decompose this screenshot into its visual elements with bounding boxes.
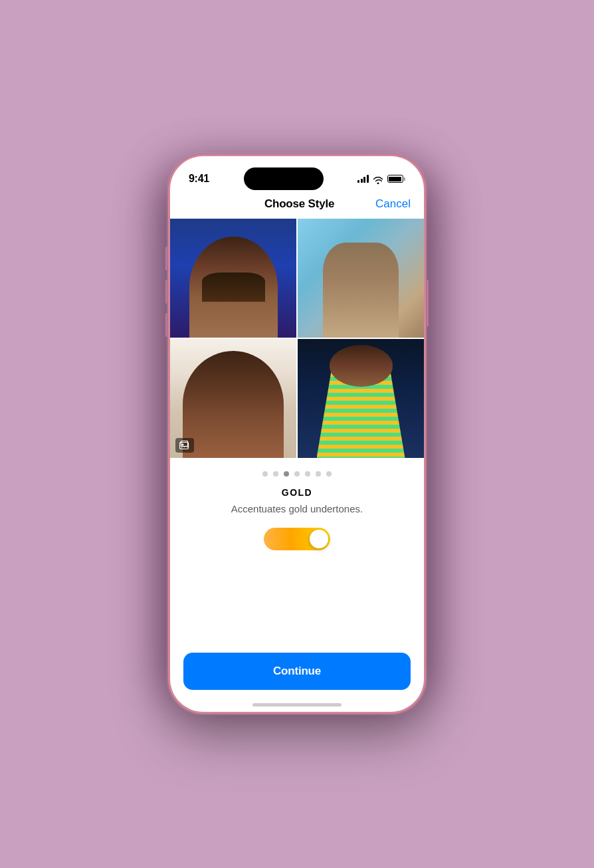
svg-rect-1: [181, 441, 188, 447]
photo-library-icon: [175, 438, 194, 453]
page-dot-2[interactable]: [273, 471, 278, 477]
wifi-icon: [373, 175, 383, 183]
style-description: Accentuates gold undertones.: [231, 503, 363, 514]
content-area: GOLD Accentuates gold undertones.: [170, 458, 424, 653]
page-indicator[interactable]: [262, 471, 332, 477]
svg-point-2: [182, 444, 184, 446]
style-name: GOLD: [282, 487, 312, 498]
page-dot-7[interactable]: [326, 471, 332, 477]
photo-4[interactable]: [298, 339, 424, 458]
page-dot-4[interactable]: [294, 471, 300, 477]
dynamic-island: [244, 167, 324, 190]
style-toggle-container[interactable]: [264, 528, 330, 550]
page-dot-6[interactable]: [316, 471, 321, 477]
continue-button[interactable]: Continue: [183, 653, 411, 690]
cancel-button[interactable]: Cancel: [375, 197, 411, 211]
toggle-thumb: [310, 530, 328, 548]
status-bar: 9:41: [170, 156, 424, 192]
home-indicator: [252, 703, 342, 706]
phone-frame: 9:41: [167, 154, 427, 714]
photo-3[interactable]: [170, 339, 296, 458]
signal-icon: [357, 175, 369, 183]
battery-icon: [387, 175, 405, 183]
page-dot-3[interactable]: [284, 471, 289, 477]
bottom-area: Continue: [170, 653, 424, 712]
nav-bar: Choose Style Cancel: [170, 192, 424, 219]
image-grid[interactable]: [170, 219, 424, 458]
status-icons: [357, 175, 405, 183]
nav-title: Choose Style: [264, 197, 334, 211]
photo-1[interactable]: [170, 219, 296, 338]
status-time: 9:41: [189, 173, 209, 185]
page-dot-1[interactable]: [262, 471, 268, 477]
page-dot-5[interactable]: [305, 471, 310, 477]
phone-screen: 9:41: [170, 156, 424, 712]
style-toggle[interactable]: [264, 528, 330, 550]
photo-2[interactable]: [298, 219, 424, 338]
